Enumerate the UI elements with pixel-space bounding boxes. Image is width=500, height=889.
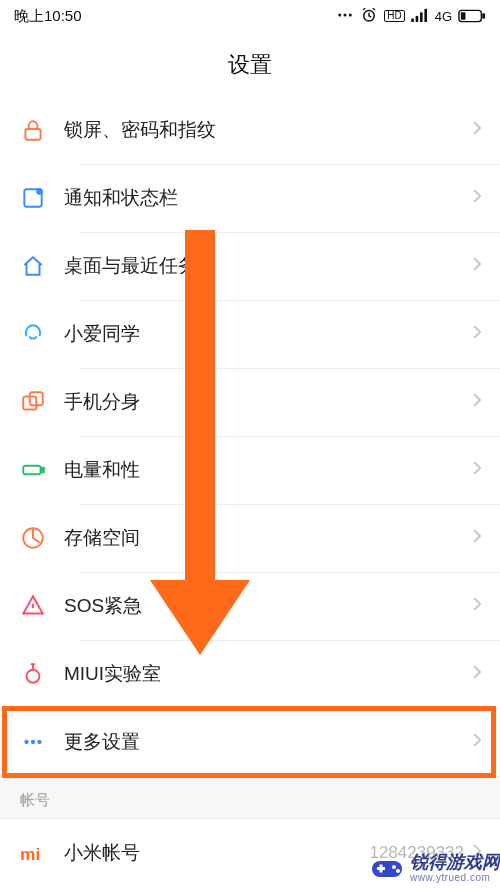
svg-rect-7	[424, 8, 427, 21]
row-mi-account[interactable]: mi 小米帐号 1284239332	[0, 819, 500, 887]
svg-rect-11	[25, 129, 40, 140]
chevron-right-icon	[472, 528, 482, 548]
more-settings-icon	[20, 729, 64, 755]
row-label: 小爱同学	[64, 321, 472, 347]
row-battery[interactable]: 电量和性	[0, 436, 500, 504]
status-time: 晚上10:50	[14, 7, 82, 26]
lock-icon	[20, 117, 64, 143]
battery-row-icon	[20, 457, 64, 483]
svg-rect-5	[415, 15, 418, 21]
notification-icon	[20, 185, 64, 211]
row-label: 电量和性	[64, 457, 472, 483]
svg-rect-10	[461, 12, 466, 19]
svg-rect-17	[42, 468, 44, 472]
signal-icon	[411, 8, 429, 25]
svg-rect-4	[411, 18, 414, 22]
chevron-right-icon	[472, 596, 482, 616]
xiaoai-icon	[20, 321, 64, 347]
svg-rect-16	[23, 466, 40, 475]
row-label: 存储空间	[64, 525, 472, 551]
row-label: MIUI实验室	[64, 661, 472, 687]
chevron-right-icon	[472, 843, 482, 863]
status-right: HD 4G	[336, 6, 486, 27]
row-label: 小米帐号	[64, 840, 369, 866]
row-label: 手机分身	[64, 389, 472, 415]
status-bar: 晚上10:50 HD 4G	[0, 0, 500, 32]
svg-point-2	[349, 13, 352, 16]
chevron-right-icon	[472, 732, 482, 752]
row-label: SOS紧急	[64, 593, 472, 619]
flask-icon	[20, 661, 64, 687]
page-title: 设置	[0, 32, 500, 96]
svg-point-20	[24, 740, 28, 744]
svg-text:mi: mi	[20, 844, 40, 864]
row-storage[interactable]: 存储空间	[0, 504, 500, 572]
row-label: 更多设置	[64, 729, 472, 755]
chevron-right-icon	[472, 460, 482, 480]
mi-logo-icon: mi	[20, 840, 64, 866]
status-hd: HD	[384, 10, 404, 22]
row-dual-apps[interactable]: 手机分身	[0, 368, 500, 436]
status-network: 4G	[435, 9, 452, 24]
svg-rect-6	[420, 12, 423, 22]
svg-point-22	[37, 740, 41, 744]
svg-point-13	[36, 188, 43, 195]
chevron-right-icon	[472, 324, 482, 344]
chevron-right-icon	[472, 120, 482, 140]
section-account-header: 帐号	[0, 776, 500, 819]
sos-icon	[20, 593, 64, 619]
svg-point-0	[338, 13, 341, 16]
svg-point-1	[344, 13, 347, 16]
row-home[interactable]: 桌面与最近任务	[0, 232, 500, 300]
storage-icon	[20, 525, 64, 551]
more-icon	[336, 6, 354, 27]
row-lock[interactable]: 锁屏、密码和指纹	[0, 96, 500, 164]
row-xiaoai[interactable]: 小爱同学	[0, 300, 500, 368]
account-id: 1284239332	[369, 843, 464, 863]
chevron-right-icon	[472, 256, 482, 276]
alarm-icon	[360, 6, 378, 27]
row-label: 通知和状态栏	[64, 185, 472, 211]
svg-rect-9	[482, 13, 485, 19]
row-label: 桌面与最近任务	[64, 253, 472, 279]
chevron-right-icon	[472, 188, 482, 208]
home-icon	[20, 253, 64, 279]
row-notifications[interactable]: 通知和状态栏	[0, 164, 500, 232]
row-label: 锁屏、密码和指纹	[64, 117, 472, 143]
svg-point-19	[27, 670, 40, 683]
chevron-right-icon	[472, 392, 482, 412]
chevron-right-icon	[472, 664, 482, 684]
svg-point-21	[31, 740, 35, 744]
row-sos[interactable]: SOS紧急	[0, 572, 500, 640]
row-more-settings[interactable]: 更多设置	[0, 708, 500, 776]
row-miui-lab[interactable]: MIUI实验室	[0, 640, 500, 708]
battery-icon	[458, 9, 486, 23]
dual-icon	[20, 389, 64, 415]
settings-list: 锁屏、密码和指纹 通知和状态栏 桌面与最近任务 小爱同学 手机分身 电	[0, 96, 500, 776]
